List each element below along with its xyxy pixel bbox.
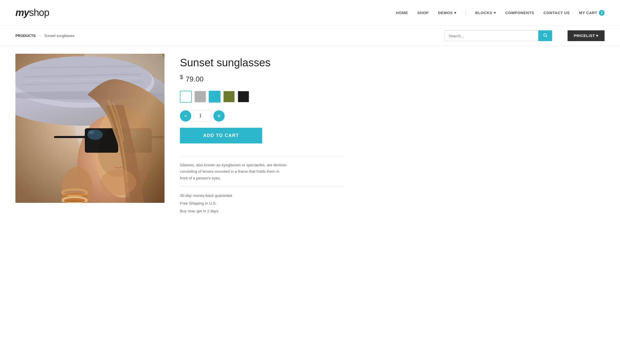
cart-badge-count: 2: [599, 10, 605, 16]
nav-item-components[interactable]: COMPONENTS: [505, 11, 534, 15]
feature-1: 30-day money-back guarantee: [180, 192, 344, 199]
svg-line-1: [546, 36, 547, 37]
breadcrumb-current: Sunset sunglasses: [44, 34, 75, 38]
divider-2: [180, 186, 344, 187]
swatch-gray[interactable]: [194, 91, 206, 103]
main-content: Sunset sunglasses $ 79.00 1: [0, 46, 360, 223]
blocks-dropdown-icon: ▾: [494, 11, 496, 15]
header: myshop HOME SHOP DEMOS ▾ BLOCKS ▾ COMPON…: [0, 0, 620, 26]
nav-item-shop[interactable]: SHOP: [417, 11, 429, 15]
plus-icon: [217, 114, 221, 118]
price-symbol: $: [180, 74, 183, 80]
quantity-input[interactable]: 1: [193, 110, 211, 122]
swatch-cyan[interactable]: [209, 91, 221, 103]
nav-item-cart[interactable]: MY CART 2: [579, 10, 605, 16]
subheader: PRODUCTS → Sunset sunglasses PRICELIST ▾: [0, 26, 620, 46]
svg-rect-23: [54, 136, 85, 138]
quantity-row: 1: [180, 110, 344, 122]
nav-item-contact[interactable]: CONTACT US: [543, 11, 570, 15]
swatch-olive[interactable]: [223, 91, 235, 103]
quantity-decrease-button[interactable]: [180, 110, 191, 122]
feature-2: Free Shipping in U.S.: [180, 199, 344, 207]
nav-item-demos[interactable]: DEMOS ▾: [438, 11, 457, 15]
search-icon: [543, 33, 548, 38]
demos-dropdown-icon: ▾: [454, 11, 457, 15]
svg-point-31: [100, 169, 136, 195]
nav-divider-1: [466, 10, 466, 16]
product-features: 30-day money-back guarantee Free Shippin…: [180, 192, 344, 215]
logo-bold: my: [15, 7, 29, 18]
color-swatches: [180, 91, 344, 103]
product-description: Glasses, also known as eyeglasses or spe…: [180, 162, 288, 181]
divider-1: [180, 156, 344, 157]
search-button[interactable]: [538, 30, 552, 41]
nav-item-home[interactable]: HOME: [396, 11, 408, 15]
product-details: Sunset sunglasses $ 79.00 1: [180, 54, 344, 215]
svg-point-20: [88, 130, 94, 134]
feature-3: Buy now, get in 2 days: [180, 207, 344, 215]
swatch-black[interactable]: [238, 91, 249, 103]
product-title: Sunset sunglasses: [180, 56, 344, 69]
main-nav: HOME SHOP DEMOS ▾ BLOCKS ▾ COMPONENTS CO…: [396, 10, 605, 16]
quantity-increase-button[interactable]: [213, 110, 225, 122]
price-value: 79.00: [186, 75, 204, 83]
swatch-white[interactable]: [180, 91, 192, 103]
breadcrumb-root[interactable]: PRODUCTS: [15, 34, 36, 38]
logo-light: shop: [29, 7, 49, 18]
add-to-cart-button[interactable]: ADD TO CART: [180, 128, 262, 143]
svg-point-0: [544, 34, 546, 37]
breadcrumb-arrow: →: [38, 34, 42, 38]
search-input[interactable]: [444, 30, 538, 41]
search-container: [444, 30, 552, 41]
minus-icon: [183, 114, 188, 118]
product-image: [15, 54, 165, 203]
pricelist-button[interactable]: PRICELIST ▾: [568, 30, 605, 41]
nav-item-blocks[interactable]: BLOCKS ▾: [475, 11, 496, 15]
product-price: $ 79.00: [180, 74, 344, 83]
breadcrumb: PRODUCTS → Sunset sunglasses: [15, 34, 75, 38]
product-image-container: [15, 54, 165, 203]
logo[interactable]: myshop: [15, 7, 49, 18]
